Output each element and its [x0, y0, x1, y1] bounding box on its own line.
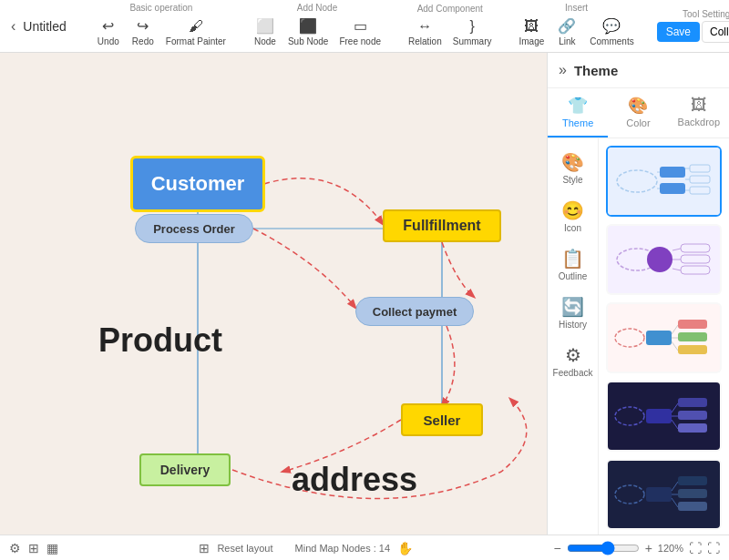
style-icon: 🎨	[561, 151, 584, 173]
settings-icon[interactable]: ⚙	[9, 541, 21, 555]
comments-label: Comments	[590, 36, 633, 46]
svg-line-24	[672, 325, 678, 334]
link-button[interactable]: 🔗 Link	[550, 15, 583, 49]
bottom-bar: ⚙ ⊞ ▦ ⊞ Reset layout Mind Map Nodes : 14…	[0, 535, 729, 560]
svg-rect-23	[646, 331, 672, 345]
feedback-label: Feedback	[553, 368, 593, 378]
fit-icon[interactable]: ⛶	[689, 541, 702, 555]
back-button[interactable]: ‹	[7, 15, 19, 38]
process-order-node[interactable]: Process Order	[135, 214, 253, 243]
theme-card-2[interactable]	[606, 224, 722, 295]
zoom-out-icon[interactable]: −	[553, 541, 560, 555]
svg-rect-9	[690, 176, 710, 183]
backdrop-tab-label: Backdrop	[678, 117, 720, 127]
comments-button[interactable]: 💬 Comments	[585, 15, 638, 49]
theme-preview-4-svg	[610, 389, 719, 443]
node-button[interactable]: ⬜ Node	[249, 15, 282, 49]
theme-card-4[interactable]	[606, 381, 722, 452]
tab-color[interactable]: 🎨 Color	[608, 88, 668, 137]
canvas[interactable]: Customer Process Order Fullfillment Coll…	[0, 53, 547, 535]
relation-label: Relation	[408, 36, 442, 46]
fullscreen-icon[interactable]: ⛶	[707, 541, 720, 555]
customer-label: Customer	[151, 172, 245, 196]
theme-card-3[interactable]	[606, 302, 722, 373]
customer-node[interactable]: Customer	[130, 156, 265, 212]
reset-layout-icon[interactable]: ⊞	[199, 541, 210, 555]
delivery-label: Delivery	[160, 463, 210, 477]
theme-preview-4	[608, 382, 720, 450]
history-sidebar-item[interactable]: 🔄 History	[550, 290, 596, 335]
seller-label: Seller	[424, 412, 461, 428]
main-area: Customer Process Order Fullfillment Coll…	[0, 53, 729, 535]
theme-card-5[interactable]	[606, 459, 722, 530]
tab-theme[interactable]: 👕 Theme	[548, 88, 608, 137]
canvas-svg	[0, 53, 547, 535]
style-sidebar-item[interactable]: 🎨 Style	[550, 146, 596, 190]
comments-icon: 💬	[602, 17, 621, 35]
seller-node[interactable]: Seller	[401, 403, 483, 436]
format-painter-button[interactable]: 🖌 Format Painter	[161, 15, 231, 49]
insert-items: 🖼 Image 🔗 Link 💬 Comments	[515, 15, 639, 49]
svg-rect-21	[681, 266, 710, 274]
icon-sidebar-item[interactable]: 😊 Icon	[550, 194, 596, 239]
feedback-sidebar-item[interactable]: ⚙ Feedback	[550, 339, 596, 383]
image-button[interactable]: 🖼 Image	[515, 15, 549, 49]
address-text: address	[292, 461, 417, 499]
add-node-items: ⬜ Node ⬛ Sub Node ▭ Free node	[249, 15, 385, 49]
add-component-section: Add Component ↔ Relation } Summary	[404, 4, 497, 49]
fulfillment-node[interactable]: Fullfillment	[383, 209, 501, 242]
color-tab-label: Color	[626, 117, 650, 128]
svg-line-26	[672, 341, 678, 351]
collect-payment-node[interactable]: Collect paymet	[355, 297, 474, 326]
theme-preview-1-svg	[610, 154, 719, 209]
summary-button[interactable]: } Summary	[448, 15, 497, 49]
collapse-button[interactable]: Collapse	[702, 21, 729, 43]
tab-backdrop[interactable]: 🖼 Backdrop	[669, 88, 729, 137]
history-icon: 🔄	[561, 296, 584, 318]
free-node-button[interactable]: ▭ Free node	[334, 15, 385, 49]
node-icon: ⬜	[256, 17, 274, 35]
svg-point-15	[647, 247, 673, 272]
summary-label: Summary	[453, 36, 492, 46]
basic-operation-label: Basic operation	[129, 3, 192, 13]
panel-collapse-button[interactable]: »	[559, 62, 567, 78]
theme-preview-1	[608, 148, 720, 215]
outline-label: Outline	[559, 271, 588, 281]
svg-point-38	[615, 485, 644, 504]
image-label: Image	[519, 36, 545, 46]
sub-node-button[interactable]: ⬛ Sub Node	[283, 15, 333, 49]
svg-line-16	[673, 249, 681, 250]
theme-preview-2-svg	[610, 232, 719, 287]
zoom-slider[interactable]	[567, 541, 640, 555]
zoom-in-icon[interactable]: +	[645, 541, 652, 555]
delivery-node[interactable]: Delivery	[139, 453, 231, 486]
node-label: Node	[254, 36, 276, 46]
redo-icon: ↪	[137, 17, 149, 35]
save-button[interactable]: Save	[657, 22, 700, 42]
svg-rect-28	[678, 332, 707, 341]
undo-button[interactable]: ↩ Undo	[92, 15, 125, 49]
theme-card-1[interactable]	[606, 146, 722, 217]
image-icon: 🖼	[524, 18, 539, 35]
free-node-icon: ▭	[354, 17, 367, 35]
history-label: History	[559, 320, 587, 330]
svg-rect-29	[678, 345, 707, 354]
panel-sidebar: 🎨 Style 😊 Icon 📋 Outline 🔄 History ⚙	[548, 138, 599, 535]
relation-button[interactable]: ↔ Relation	[404, 15, 447, 49]
redo-button[interactable]: ↪ Redo	[127, 15, 159, 49]
layers-icon[interactable]: ▦	[46, 541, 58, 555]
svg-rect-44	[678, 489, 707, 498]
svg-rect-10	[690, 187, 710, 194]
reset-layout-label[interactable]: Reset layout	[217, 543, 272, 554]
link-icon: 🔗	[558, 17, 576, 35]
outline-icon: 📋	[561, 248, 584, 270]
color-tab-icon: 🎨	[628, 96, 648, 116]
grid-icon[interactable]: ⊞	[28, 541, 39, 555]
redo-label: Redo	[132, 36, 154, 46]
outline-sidebar-item[interactable]: 📋 Outline	[550, 242, 596, 287]
panel-header: » Theme	[548, 53, 729, 88]
svg-line-40	[672, 482, 678, 491]
hand-icon[interactable]: ✋	[397, 541, 413, 555]
fulfillment-label: Fullfillment	[403, 218, 480, 234]
bottom-left: ⚙ ⊞ ▦	[9, 541, 58, 555]
